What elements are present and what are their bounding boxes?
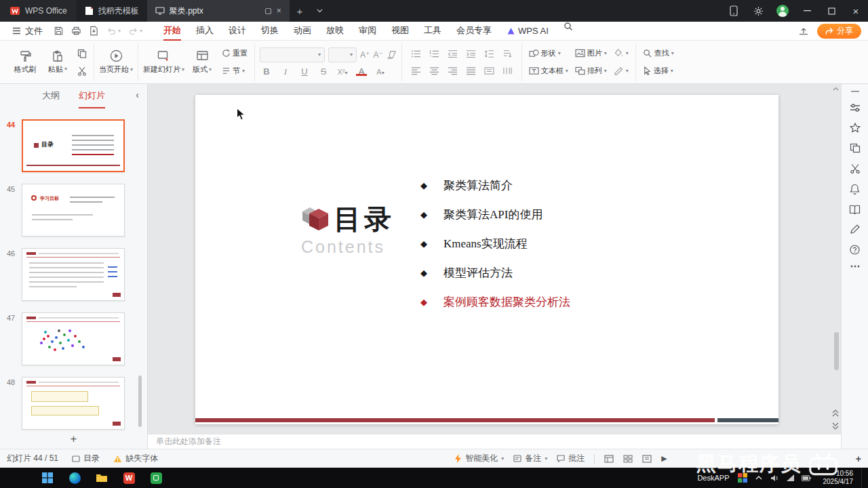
next-slide-button[interactable] xyxy=(832,422,839,430)
toc-item[interactable]: ◆聚类算法API的使用 xyxy=(420,200,570,229)
text-direction-button[interactable] xyxy=(502,49,513,58)
paste-button[interactable]: 粘贴▾ xyxy=(43,44,73,81)
thumbnail-slide-46[interactable]: 46 xyxy=(0,248,147,301)
play-slideshow-button[interactable]: ▶ xyxy=(661,454,667,463)
text-effects-button[interactable]: A▾ xyxy=(374,68,387,76)
document-tab[interactable]: 聚类.pptx × xyxy=(147,0,290,22)
tab-review[interactable]: 审阅 xyxy=(351,22,384,41)
reset-button[interactable]: 重置 xyxy=(220,47,250,60)
notifications-bell-icon[interactable] xyxy=(850,184,860,195)
format-painter-button[interactable]: 格式刷 xyxy=(10,44,40,81)
strikethrough-button[interactable]: S xyxy=(317,66,330,77)
edge-browser-button[interactable] xyxy=(61,468,88,488)
columns-button[interactable] xyxy=(502,66,513,75)
tab-design[interactable]: 设计 xyxy=(221,22,254,41)
close-button[interactable]: × xyxy=(844,0,868,22)
layers-icon[interactable] xyxy=(850,143,861,153)
tab-home[interactable]: 开始 xyxy=(156,22,189,41)
properties-sliders-icon[interactable] xyxy=(850,103,861,113)
bullets-button[interactable] xyxy=(411,49,421,58)
mobile-sync-icon[interactable] xyxy=(722,0,746,22)
scrollbar-thumb[interactable] xyxy=(834,332,839,370)
toc-item-list[interactable]: ◆聚类算法简介 ◆聚类算法API的使用 ◆Kmeans实现流程 ◆模型评估方法 … xyxy=(420,171,570,317)
select-button[interactable]: 选择▾ xyxy=(641,64,676,78)
thumbnail-slide-44[interactable]: 44 目录 xyxy=(0,119,147,172)
numbering-button[interactable] xyxy=(429,49,439,58)
section-button[interactable]: 节▾ xyxy=(220,64,250,78)
start-from-current-button[interactable]: 当页开始▾ xyxy=(99,44,133,81)
layout-button[interactable]: 版式▾ xyxy=(187,44,217,81)
tab-close-icon[interactable]: × xyxy=(277,6,281,16)
save-icon[interactable] xyxy=(54,26,64,36)
redo-button[interactable]: ▾ xyxy=(128,26,142,35)
tab-view[interactable]: 视图 xyxy=(384,22,416,41)
template-tab[interactable]: 找稻壳模板 xyxy=(77,0,147,22)
show-desktop-button[interactable] xyxy=(861,468,864,488)
print-icon[interactable] xyxy=(71,26,81,36)
cut-tool-icon[interactable] xyxy=(850,163,861,174)
undo-button[interactable]: ▾ xyxy=(106,26,121,35)
align-left-button[interactable] xyxy=(411,66,421,75)
thumbnail-canvas[interactable] xyxy=(22,312,125,365)
tab-transitions[interactable]: 切换 xyxy=(254,22,286,41)
tab-tools[interactable]: 工具 xyxy=(416,22,449,41)
new-slide-button[interactable]: 新建幻灯片▾ xyxy=(143,44,184,81)
start-button[interactable] xyxy=(34,468,61,488)
superscript-button[interactable]: X²▾ xyxy=(336,68,349,76)
underline-button[interactable]: U xyxy=(298,66,311,77)
collapse-panel-icon[interactable]: ‹ xyxy=(136,89,139,100)
minimize-button[interactable] xyxy=(795,0,819,22)
slides-tab[interactable]: 幻灯片 xyxy=(79,84,105,108)
notes-bar[interactable]: 单击此处添加备注 xyxy=(148,434,841,449)
cut-button[interactable] xyxy=(75,64,89,78)
tab-animation[interactable]: 动画 xyxy=(286,22,319,41)
upload-cloud-icon[interactable] xyxy=(798,26,809,37)
outline-tab[interactable]: 大纲 xyxy=(42,84,60,108)
picture-button[interactable]: 图片▾ xyxy=(573,47,609,60)
thumbnail-canvas[interactable] xyxy=(22,377,125,430)
thumbnail-canvas[interactable]: 学习目标 xyxy=(22,184,125,237)
decrease-font-button[interactable]: A⁻ xyxy=(373,50,382,60)
notes-toggle-button[interactable]: 备注▾ xyxy=(513,453,547,464)
missing-fonts-warning[interactable]: 缺失字体 xyxy=(113,453,158,464)
toc-item[interactable]: ◆聚类算法简介 xyxy=(420,171,570,200)
thumbnail-slide-48[interactable]: 48 xyxy=(0,377,147,430)
bold-button[interactable]: B xyxy=(260,66,273,77)
outline-color-button[interactable]: ▾ xyxy=(612,64,631,78)
find-button[interactable]: 查找▾ xyxy=(641,47,676,60)
indent-increase-button[interactable] xyxy=(466,49,476,58)
slide-sorter-view-button[interactable] xyxy=(623,455,633,463)
beautify-button[interactable]: 智能美化▾ xyxy=(454,453,504,464)
italic-button[interactable]: I xyxy=(279,66,292,77)
export-pdf-icon[interactable] xyxy=(89,26,99,36)
align-center-button[interactable] xyxy=(429,66,439,75)
slide-canvas[interactable]: 目录 Contents ◆聚类算法简介 ◆聚类算法API的使用 ◆Kmeans实… xyxy=(195,95,778,424)
toc-title[interactable]: 目录 xyxy=(334,201,395,238)
tab-device-icon[interactable] xyxy=(264,7,272,15)
thumbnail-canvas[interactable] xyxy=(22,248,125,301)
fill-color-button[interactable]: ▾ xyxy=(612,47,631,60)
add-slide-button[interactable]: + xyxy=(0,432,147,446)
wps-office-tab[interactable]: WPS Office xyxy=(0,0,77,22)
distribute-button[interactable] xyxy=(484,66,494,75)
hide-sidebar-icon[interactable] xyxy=(851,91,859,93)
wps-app-button[interactable]: W xyxy=(115,468,142,488)
help-icon[interactable] xyxy=(850,245,860,255)
tab-wps-ai[interactable]: WPS AI xyxy=(499,22,556,41)
favorites-star-icon[interactable] xyxy=(850,123,861,133)
file-menu-button[interactable]: 文件 xyxy=(7,25,48,37)
align-right-button[interactable] xyxy=(448,66,458,75)
panel-scrollbar[interactable] xyxy=(138,375,142,427)
clear-format-button[interactable] xyxy=(387,50,397,59)
tab-slideshow[interactable]: 放映 xyxy=(319,22,351,41)
tab-insert[interactable]: 插入 xyxy=(189,22,221,41)
thumbnail-slide-47[interactable]: 47 xyxy=(0,312,147,365)
toc-subtitle[interactable]: Contents xyxy=(301,237,385,257)
share-button[interactable]: 分享 xyxy=(817,24,861,39)
font-size-select[interactable]: ▾ xyxy=(328,47,357,62)
tab-member[interactable]: 会员专享 xyxy=(449,22,499,41)
justify-button[interactable] xyxy=(466,66,476,75)
comments-button[interactable]: 批注 xyxy=(557,453,585,464)
tab-list-chevron-icon[interactable] xyxy=(310,0,330,22)
thumbnail-slide-45[interactable]: 45 学习目标 xyxy=(0,184,147,237)
